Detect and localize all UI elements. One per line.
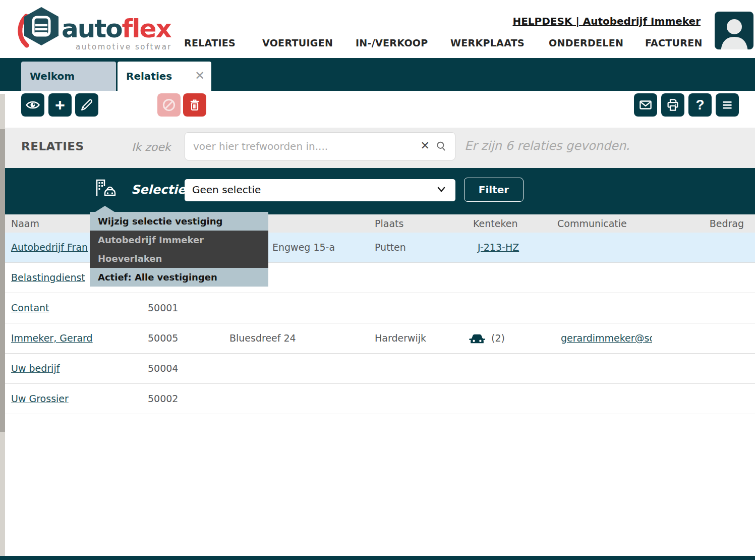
relation-address: Engweg 15-a [272,233,335,262]
selection-label: Selectie [131,183,186,197]
nav-voertuigen[interactable]: VOERTUIGEN [262,37,333,48]
tab-relaties[interactable]: Relaties ✕ [118,62,211,91]
relation-name-link[interactable]: Contant [11,293,49,323]
license-plate-link[interactable]: J-213-HZ [478,233,519,262]
car-icon [468,331,486,346]
column-header-naam[interactable]: Naam [11,214,39,233]
menu-item-hoeverlaken[interactable]: Hoeverlaken [90,249,268,268]
logo-word-flex: flex [122,14,171,43]
relation-name-link[interactable]: Autobedrijf Fran [11,233,88,262]
clear-search-icon[interactable]: ✕ [421,139,430,152]
selection-dropdown[interactable]: Geen selectie [185,179,455,201]
left-scrollbar[interactable] [0,94,5,560]
hamburger-icon [720,98,734,112]
search-section: RELATIES Ik zoek ✕ Er zijn 6 relaties ge… [0,128,755,168]
vestiging-selector-icon[interactable] [94,178,118,202]
avatar[interactable] [715,12,753,49]
app-window: autoflex automotive software RELATIES VO… [0,0,755,560]
search-prompt: Ik zoek [132,141,171,153]
column-header-plaats[interactable]: Plaats [375,214,403,233]
close-icon[interactable]: ✕ [195,62,205,90]
nav-werkplaats[interactable]: WERKPLAATS [450,37,525,48]
email-button[interactable] [634,93,657,117]
nav-relaties[interactable]: RELATIES [184,37,236,48]
table-row[interactable]: Uw bedrijf 50004 [0,354,755,384]
tab-label: Welkom [30,70,75,82]
search-icon[interactable] [435,140,448,155]
tab-welkom[interactable]: Welkom [21,62,116,91]
column-header-communicatie[interactable]: Communicatie [557,214,627,233]
print-button[interactable] [661,93,684,117]
envelope-icon [638,97,653,113]
nav-onderdelen[interactable]: ONDERDELEN [549,37,623,48]
printer-icon [665,97,680,113]
chevron-down-icon [436,186,446,196]
autoflex-logo[interactable]: autoflex automotive software [15,4,171,54]
svg-text:autoflex: autoflex [62,14,171,43]
relation-name-link[interactable]: Belastingdienst [11,263,85,293]
relation-address: Bluesdreef 24 [229,323,296,353]
footer-bar [0,556,755,560]
vestiging-menu: Wijzig selectie vestiging Autobedrijf Im… [90,212,268,287]
delete-button[interactable] [183,93,206,117]
nav-in-verkoop[interactable]: IN-/VERKOOP [356,37,428,48]
relation-name-link[interactable]: Uw bedrijf [11,354,60,383]
menu-item-autobedrijf-immeker[interactable]: Autobedrijf Immeker [90,231,268,249]
menu-item-actief-alle-vestigingen[interactable]: Actief: Alle vestigingen [90,268,268,287]
helpdesk-link[interactable]: HELPDESK | Autobedrijf Immeker [512,15,701,27]
relation-name-link[interactable]: Uw Grossier [11,384,69,414]
selected-option: Geen selectie [192,184,261,196]
tab-bar: Welkom Relaties ✕ [0,58,755,91]
search-input[interactable] [185,133,455,160]
filter-button[interactable]: Filter [464,178,524,202]
results-count-text: Er zijn 6 relaties gevonden. [464,139,630,153]
trash-icon [188,98,202,112]
logo-word-auto: auto [62,14,122,43]
table-row[interactable]: Contant 50001 [0,293,755,323]
email-link[interactable] [561,354,652,383]
person-icon [715,12,753,49]
block-button[interactable] [157,93,181,117]
block-icon [161,97,177,113]
menu-item-wijzig-selectie[interactable]: Wijzig selectie vestiging [90,212,268,231]
add-button[interactable]: + [48,93,72,117]
autoflex-logo-icon: autoflex automotive software [15,4,171,54]
email-link[interactable] [561,233,652,262]
relation-number: 50005 [148,323,178,353]
help-button[interactable]: ? [688,93,712,117]
menu-button[interactable] [716,93,739,117]
tab-label: Relaties [126,70,172,82]
nav-facturen[interactable]: FACTUREN [645,37,703,48]
email-link[interactable] [561,384,652,414]
logo-tagline: automotive software [76,42,171,51]
email-link[interactable]: gerardimmeker@so [561,323,652,353]
plus-icon: + [55,95,65,115]
column-header-bedrag[interactable]: Bedrag [710,214,744,233]
search-box: ✕ [185,132,455,160]
table-row[interactable]: Immeker, Gerard 50005 Bluesdreef 24 Hard… [0,323,755,354]
relation-number: 50004 [148,354,178,383]
question-icon: ? [695,97,704,113]
toolbar: + [0,91,755,128]
email-link[interactable] [561,263,652,293]
vehicles-cell[interactable]: (2) [468,323,505,353]
column-header-kenteken[interactable]: Kenteken [473,214,517,233]
relation-city: Putten [375,233,406,262]
view-button[interactable] [21,93,44,117]
relation-number: 50001 [148,293,178,323]
relation-name-link[interactable]: Immeker, Gerard [11,323,93,353]
menu-pointer-icon [95,206,114,212]
app-header: autoflex automotive software RELATIES VO… [0,0,755,58]
table-row[interactable]: Uw Grossier 50002 [0,384,755,414]
edit-button[interactable] [75,93,98,117]
page-title: RELATIES [21,140,84,153]
email-link[interactable] [561,293,652,323]
relation-city: Harderwijk [375,323,426,353]
pencil-icon [80,98,94,112]
scrollbar-thumb[interactable] [0,129,5,432]
relation-number: 50002 [148,384,178,414]
vehicle-count: (2) [491,323,505,353]
eye-icon [25,97,40,113]
building-car-icon [94,178,118,200]
